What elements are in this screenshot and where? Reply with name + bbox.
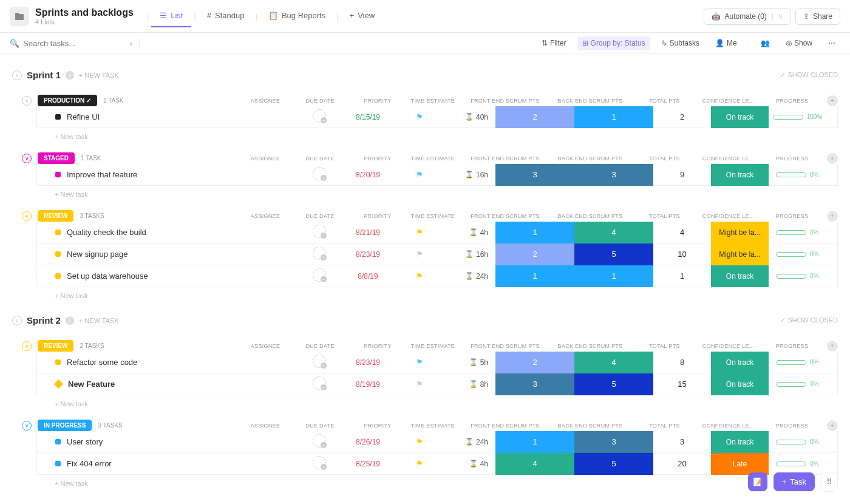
task-name-cell[interactable]: Set up data warehouse	[37, 271, 301, 281]
fe-pts-cell[interactable]: 3	[495, 373, 574, 395]
info-icon[interactable]: i	[66, 316, 74, 325]
priority-flag-icon[interactable]: ⚑	[416, 250, 423, 259]
collapse-icon[interactable]: ∨	[22, 211, 32, 221]
priority-flag-icon[interactable]: ⚑	[416, 459, 423, 468]
time-cell[interactable]: ⌛16h	[441, 250, 495, 259]
be-pts-cell[interactable]: 3	[574, 431, 653, 453]
task-row[interactable]: New signup page 8/23/19 ⚑ ⌛16h 2 5 10 Mi…	[36, 243, 838, 265]
total-pts-cell[interactable]: 3	[653, 437, 711, 446]
collapse-icon[interactable]: ∨	[22, 341, 32, 351]
status-pill[interactable]: PRODUCTION ✓	[38, 95, 97, 106]
priority-cell[interactable]: ⚑	[398, 228, 441, 237]
be-pts-cell[interactable]: 1	[574, 265, 653, 287]
search-input[interactable]	[23, 39, 125, 48]
tab-add-view[interactable]: + View	[341, 5, 384, 27]
task-row[interactable]: Fix 404 error 8/25/19 ⚑ ⌛4h 4 5 20 Late …	[36, 453, 838, 475]
total-pts-cell[interactable]: 2	[653, 112, 711, 121]
assignee-cell[interactable]	[301, 268, 338, 284]
task-name-cell[interactable]: Refactor some code	[37, 358, 301, 367]
fe-pts-cell[interactable]: 1	[495, 222, 574, 243]
share-button[interactable]: ⇪ Share	[795, 8, 840, 25]
progress-cell[interactable]: 0%	[769, 381, 826, 387]
fe-pts-cell[interactable]: 3	[495, 164, 574, 186]
due-cell[interactable]: 8/21/19	[338, 228, 398, 237]
be-pts-cell[interactable]: 3	[574, 164, 653, 186]
time-cell[interactable]: ⌛4h	[441, 228, 495, 237]
chevron-down-icon[interactable]: ∨	[129, 40, 133, 47]
priority-flag-icon[interactable]: ⚑	[416, 358, 423, 367]
be-pts-cell[interactable]: 4	[574, 352, 653, 373]
task-row[interactable]: User story 8/26/19 ⚑ ⌛24h 1 3 3 On track…	[36, 431, 838, 453]
more-button[interactable]: ⋯	[823, 36, 840, 50]
tab-standup[interactable]: # Standup	[199, 5, 253, 27]
due-cell[interactable]: 8/8/19	[338, 272, 398, 281]
add-column-button[interactable]: +	[827, 341, 838, 352]
confidence-cell[interactable]: On track	[711, 373, 769, 395]
new-task-row[interactable]: + New task	[24, 287, 838, 302]
fab-apps[interactable]: ⠿	[821, 472, 838, 492]
task-name-cell[interactable]: Quality check the build	[37, 228, 301, 237]
progress-cell[interactable]: 100%	[769, 114, 826, 120]
priority-cell[interactable]: ⚑	[398, 170, 441, 179]
priority-flag-icon[interactable]: ⚑	[416, 271, 423, 281]
status-pill[interactable]: STAGED	[38, 152, 75, 164]
priority-flag-icon[interactable]: ⚑	[416, 437, 423, 446]
total-pts-cell[interactable]: 1	[653, 271, 711, 281]
assignee-cell[interactable]	[301, 355, 338, 370]
assignees-button[interactable]: 👥	[756, 36, 775, 50]
add-column-button[interactable]: +	[827, 420, 838, 431]
collapse-icon[interactable]: ∨	[22, 154, 32, 163]
fe-pts-cell[interactable]: 1	[495, 265, 574, 287]
status-pill[interactable]: IN PROGRESS	[38, 420, 92, 431]
folder-icon[interactable]	[10, 7, 29, 26]
time-cell[interactable]: ⌛24h	[441, 272, 495, 281]
be-pts-cell[interactable]: 1	[574, 106, 653, 128]
time-cell[interactable]: ⌛24h	[441, 438, 495, 446]
collapse-icon[interactable]: ∨	[22, 421, 32, 431]
task-row[interactable]: Improve that feature 8/20/19 ⚑ ⌛16h 3 3 …	[36, 164, 838, 186]
filter-button[interactable]: ⇅ Filter	[537, 36, 571, 50]
confidence-cell[interactable]: Might be la...	[711, 222, 769, 243]
add-column-button[interactable]: +	[827, 95, 838, 106]
task-row[interactable]: Refine UI 8/15/19 ⚑ ⌛40h 2 1 2 On track …	[36, 106, 838, 128]
due-cell[interactable]: 8/23/19	[338, 250, 398, 259]
progress-cell[interactable]: 0%	[769, 438, 826, 445]
add-column-button[interactable]: +	[827, 211, 838, 222]
priority-cell[interactable]: ⚑	[398, 112, 441, 121]
time-cell[interactable]: ⌛16h	[441, 171, 495, 179]
confidence-cell[interactable]: On track	[711, 265, 769, 287]
task-row[interactable]: New Feature 8/19/19 ⚑ ⌛8h 3 5 15 On trac…	[36, 373, 838, 395]
fe-pts-cell[interactable]: 2	[495, 352, 574, 373]
priority-cell[interactable]: ⚑	[398, 459, 441, 468]
task-name-cell[interactable]: Fix 404 error	[37, 459, 301, 468]
subtasks-button[interactable]: ↳ Subtasks	[656, 36, 704, 50]
task-name-cell[interactable]: User story	[37, 437, 301, 446]
priority-cell[interactable]: ⚑	[398, 271, 441, 281]
confidence-cell[interactable]: On track	[711, 352, 769, 373]
fe-pts-cell[interactable]: 4	[495, 453, 574, 475]
assignee-cell[interactable]	[301, 247, 338, 262]
total-pts-cell[interactable]: 10	[653, 250, 711, 259]
be-pts-cell[interactable]: 4	[574, 222, 653, 243]
time-cell[interactable]: ⌛4h	[441, 460, 495, 468]
assignee-cell[interactable]	[301, 167, 338, 182]
new-task-row[interactable]: + New task	[24, 186, 838, 200]
task-name-cell[interactable]: New signup page	[37, 250, 301, 259]
fab-note[interactable]: 📝	[748, 472, 767, 491]
sprint-title[interactable]: Sprint 1	[27, 70, 61, 80]
sprint-title[interactable]: Sprint 2	[27, 315, 61, 325]
due-cell[interactable]: 8/26/19	[338, 438, 398, 446]
progress-cell[interactable]: 0%	[769, 251, 826, 257]
due-cell[interactable]: 8/20/19	[338, 171, 398, 179]
show-closed[interactable]: ✓ SHOW CLOSED	[780, 316, 838, 324]
show-button[interactable]: ◎ Show	[781, 36, 817, 50]
new-task-row[interactable]: + New task	[24, 128, 838, 143]
priority-cell[interactable]: ⚑	[398, 358, 441, 367]
priority-flag-icon[interactable]: ⚑	[416, 228, 423, 237]
time-cell[interactable]: ⌛40h	[441, 113, 495, 121]
add-column-button[interactable]: +	[827, 153, 838, 164]
progress-cell[interactable]: 0%	[769, 171, 826, 178]
task-row[interactable]: Set up data warehouse 8/8/19 ⚑ ⌛24h 1 1 …	[36, 265, 838, 287]
confidence-cell[interactable]: Might be la...	[711, 243, 769, 265]
time-cell[interactable]: ⌛8h	[441, 380, 495, 389]
